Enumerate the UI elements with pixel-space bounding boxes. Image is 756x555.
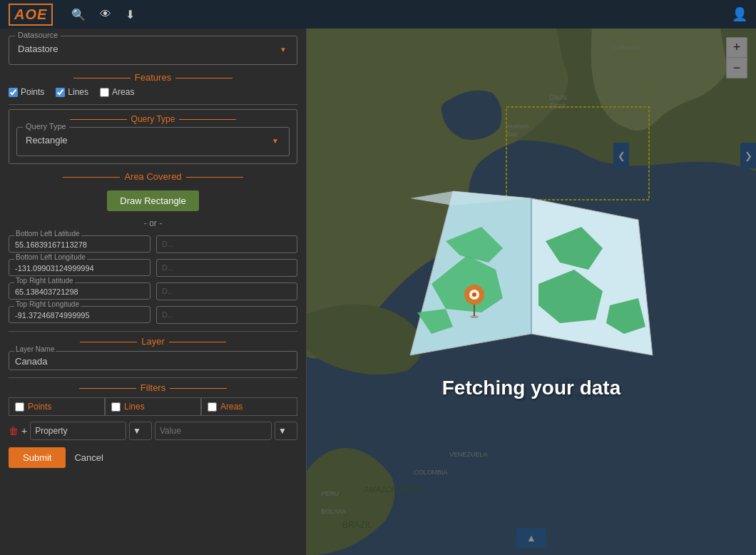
svg-marker-17 <box>531 198 653 355</box>
loading-text: Fetching your data <box>442 377 620 399</box>
divider-1 <box>9 104 297 105</box>
features-title: Features <box>9 72 297 83</box>
submit-button[interactable]: Submit <box>9 447 66 468</box>
top-right-lon-input[interactable] <box>9 306 150 323</box>
filter-points-btn[interactable]: Points <box>9 397 105 416</box>
filters-title: Filters <box>9 382 297 393</box>
bottom-left-lon-label: Bottom Left Longitude <box>14 253 87 261</box>
download-icon[interactable]: ⬇ <box>126 8 135 21</box>
svg-point-29 <box>470 315 479 318</box>
folded-map-icon <box>389 184 674 370</box>
filter-points-label: Points <box>28 402 51 412</box>
divider-2 <box>9 331 297 332</box>
search-icon[interactable]: 🔍 <box>71 8 86 21</box>
main-layout: Datasource Datastore Features Points Lin… <box>0 29 756 555</box>
layer-name-wrap: Layer Name <box>9 351 297 370</box>
action-row: Submit Cancel <box>9 447 297 468</box>
top-right-lat-input[interactable] <box>9 282 150 300</box>
nav-icons: 🔍 👁 ⬇ <box>71 8 135 21</box>
bottom-left-lat-input[interactable] <box>9 235 150 253</box>
filter-areas-btn[interactable]: Areas <box>201 397 297 416</box>
filter-property-select[interactable]: Property <box>30 422 126 440</box>
top-right-lat-field: Top Right Latitude <box>9 282 150 300</box>
datasource-label: Datasource <box>15 31 61 39</box>
query-type-select-wrap: Rectangle <box>24 132 282 148</box>
feature-points-label: Points <box>21 87 44 97</box>
cancel-button[interactable]: Cancel <box>74 452 103 463</box>
query-type-label: Query Type <box>23 122 69 131</box>
filter-checkboxes-row: Points Lines Areas <box>9 397 297 416</box>
datasource-select-wrap: Datastore <box>16 41 290 57</box>
filter-lines-label: Lines <box>124 402 145 412</box>
query-type-group: Query Type Query Type Rectangle <box>9 109 297 164</box>
filter-value-type-select[interactable]: ▼ <box>275 422 297 440</box>
feature-lines-checkbox[interactable] <box>56 88 65 97</box>
feature-areas-checkbox[interactable] <box>100 88 109 97</box>
user-icon[interactable]: 👤 <box>732 6 747 22</box>
divider-3 <box>9 377 297 378</box>
top-right-lon2-placeholder: D... <box>156 259 298 277</box>
area-covered-title: Area Covered <box>9 171 297 182</box>
feature-points[interactable]: Points <box>9 87 44 97</box>
filter-add-icon[interactable]: + <box>21 425 27 437</box>
filter-lines-btn[interactable]: Lines <box>105 397 201 416</box>
area-covered-section: Area Covered Draw Rectangle - or - <box>9 171 297 228</box>
datasource-group: Datasource Datastore <box>9 36 297 65</box>
filter-value-input[interactable] <box>155 422 272 440</box>
features-row: Points Lines Areas <box>9 87 297 97</box>
svg-point-27 <box>472 292 476 297</box>
eye-icon[interactable]: 👁 <box>100 8 111 21</box>
bottom-left-lat-label: Bottom Left Latitude <box>14 230 81 238</box>
map-area: AMAZON BASIN BRAZIL Atlantic Ocean Davis… <box>307 29 756 555</box>
filter-lines-checkbox[interactable] <box>111 402 121 412</box>
bottom-left-lon-field: Bottom Left Longitude <box>9 259 150 277</box>
top-right-lon-field: Top Right Longitude <box>9 306 150 324</box>
feature-lines-label: Lines <box>68 87 88 97</box>
loading-overlay: Fetching your data <box>307 29 756 555</box>
datasource-select[interactable]: Datastore <box>16 41 290 57</box>
map-icon-container <box>389 184 674 370</box>
bottom-left-lat-field: Bottom Left Latitude <box>9 235 150 253</box>
feature-lines[interactable]: Lines <box>56 87 88 97</box>
top-right-lon3-placeholder: D... <box>156 306 298 324</box>
top-right-lat-label: Top Right Latitude <box>14 277 75 285</box>
filter-points-checkbox[interactable] <box>15 402 24 412</box>
top-right-lat2-placeholder: D... <box>156 235 298 253</box>
bottom-left-lon-input[interactable] <box>9 259 150 276</box>
top-navbar: AOE 🔍 👁 ⬇ 👤 <box>0 0 756 29</box>
filter-areas-label: Areas <box>220 402 242 412</box>
top-right-lon-label: Top Right Longitude <box>14 300 81 308</box>
features-section: Features Points Lines Areas <box>9 72 297 97</box>
feature-areas-label: Areas <box>112 87 134 97</box>
draw-rectangle-button[interactable]: Draw Rectangle <box>107 190 199 211</box>
feature-areas[interactable]: Areas <box>100 87 134 97</box>
feature-points-checkbox[interactable] <box>9 88 18 97</box>
or-divider: - or - <box>9 218 297 228</box>
layer-section: Layer Layer Name <box>9 336 297 370</box>
sidebar-panel: Datasource Datastore Features Points Lin… <box>0 29 307 555</box>
app-logo: AOE <box>9 4 53 26</box>
layer-name-label: Layer Name <box>14 345 56 353</box>
filter-areas-checkbox[interactable] <box>208 402 217 412</box>
filters-section: Filters Points Lines Areas 🗑 + <box>9 382 297 440</box>
coordinates-grid: Bottom Left Latitude D... Bottom Left Lo… <box>9 235 297 324</box>
layer-name-input[interactable] <box>9 351 297 370</box>
filter-operator-select[interactable]: ▼ <box>129 422 152 440</box>
filter-delete-icon[interactable]: 🗑 <box>9 425 19 437</box>
query-type-fieldset: Query Type Rectangle <box>16 127 290 156</box>
query-type-select[interactable]: Rectangle <box>24 132 282 148</box>
top-right-lat3-placeholder: D... <box>156 282 298 300</box>
filter-property-row: 🗑 + Property ▼ ▼ <box>9 422 297 440</box>
